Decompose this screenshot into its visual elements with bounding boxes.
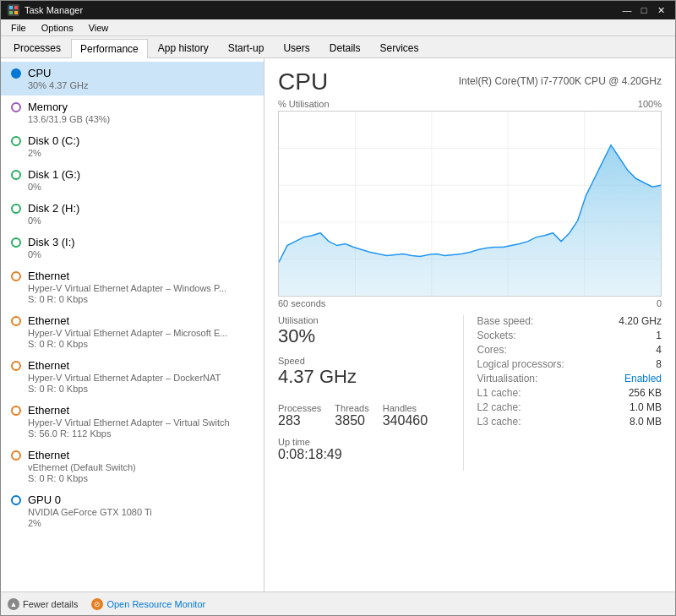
threads-stat: Threads 3850 [335,403,368,428]
chart-svg [279,112,661,296]
main-panel: CPU Intel(R) Core(TM) i7-7700K CPU @ 4.2… [264,58,675,591]
sidebar-item-gpu0[interactable]: GPU 0 NVIDIA GeForce GTX 1080 Ti 2% [1,488,264,533]
content-area: CPU 30% 4.37 GHz Memory 13.6/31.9 GB (43… [1,58,675,591]
disk3-label: Disk 3 (I:) [28,236,75,248]
stats-left: Utilisation 30% Speed 4.37 GHz Processes… [278,315,463,471]
tab-startup[interactable]: Start-up [219,38,274,57]
chart-x-left: 60 seconds [278,298,325,308]
minimize-button[interactable]: — [619,3,635,18]
sidebar-item-eth2[interactable]: Ethernet Hyper-V Virtual Ethernet Adapte… [1,309,264,354]
disk3-indicator [11,237,21,248]
disk0-label: Disk 0 (C:) [28,134,79,147]
resource-monitor-icon: ⊘ [91,598,103,610]
eth3-rate: S: 0 R: 0 Kbps [11,384,254,394]
l2-label: L2 cache: [477,401,521,413]
handles-label: Handles [383,403,428,413]
maximize-button[interactable]: □ [636,3,651,18]
sidebar-item-eth4[interactable]: Ethernet Hyper-V Virtual Ethernet Adapte… [1,399,264,444]
speed-label: Speed [278,356,357,366]
open-resource-monitor-button[interactable]: ⊘ Open Resource Monitor [91,598,205,610]
sidebar-item-eth1[interactable]: Ethernet Hyper-V Virtual Ethernet Adapte… [1,264,264,309]
cores-value: 4 [656,344,662,356]
sidebar: CPU 30% 4.37 GHz Memory 13.6/31.9 GB (43… [1,58,264,591]
threads-value: 3850 [335,413,368,428]
gpu0-indicator [11,495,21,505]
sidebar-item-disk0[interactable]: Disk 0 (C:) 2% [1,129,264,163]
menu-options[interactable]: Options [35,21,80,35]
handles-stat: Handles 340460 [383,403,428,428]
eth2-desc: Hyper-V Virtual Ethernet Adapter – Micro… [11,328,254,338]
eth1-rate: S: 0 R: 0 Kbps [11,294,254,304]
sidebar-item-disk2[interactable]: Disk 2 (H:) 0% [1,197,264,231]
tab-processes[interactable]: Processes [4,38,70,57]
sidebar-item-eth5[interactable]: Ethernet vEthernet (Default Switch) S: 0… [1,444,264,488]
eth5-label: Ethernet [28,449,69,461]
gpu0-usage: 2% [11,518,254,528]
eth4-indicator [11,406,21,416]
tab-performance[interactable]: Performance [71,39,148,58]
tab-services[interactable]: Services [370,38,428,57]
base-speed-value: 4.20 GHz [619,315,662,327]
disk0-usage: 2% [11,148,254,158]
disk1-indicator [11,170,21,180]
handles-value: 340460 [383,413,428,428]
cores-label: Cores: [477,344,507,356]
eth2-label: Ethernet [28,314,69,327]
title-bar: Task Manager — □ ✕ [1,1,675,19]
memory-label: Memory [28,101,68,113]
processes-value: 283 [278,413,321,428]
eth3-desc: Hyper-V Virtual Ethernet Adapter – Docke… [11,373,254,383]
virt-value: Enabled [624,373,662,384]
disk2-usage: 0% [11,215,254,226]
virt-label: Virtualisation: [477,373,538,384]
eth5-rate: S: 0 R: 0 Kbps [11,473,254,483]
menu-file[interactable]: File [4,21,33,35]
l1-row: L1 cache: 256 KB [477,387,662,399]
tab-users[interactable]: Users [274,38,319,57]
window-title: Task Manager [25,5,83,15]
specs-panel: Base speed: 4.20 GHz Sockets: 1 Cores: 4… [463,315,662,471]
speed-value: 4.37 GHz [278,366,357,388]
logical-label: Logical processors: [477,358,564,370]
logical-row: Logical processors: 8 [477,358,662,370]
cpu-header: CPU Intel(R) Core(TM) i7-7700K CPU @ 4.2… [278,68,662,95]
eth1-desc: Hyper-V Virtual Ethernet Adapter – Windo… [11,283,254,293]
chart-label-bottom: 60 seconds 0 [278,298,662,308]
tab-app-history[interactable]: App history [149,38,218,57]
sidebar-item-eth3[interactable]: Ethernet Hyper-V Virtual Ethernet Adapte… [1,354,264,399]
eth4-rate: S: 56.0 R: 112 Kbps [11,428,254,439]
logical-value: 8 [656,358,662,370]
eth2-rate: S: 0 R: 0 Kbps [11,339,254,349]
sidebar-item-disk1[interactable]: Disk 1 (G:) 0% [1,163,264,197]
disk3-usage: 0% [11,249,254,259]
processes-stat: Processes 283 [278,403,321,428]
svg-rect-0 [9,6,13,9]
svg-rect-2 [9,11,13,14]
eth4-label: Ethernet [28,404,69,417]
eth1-indicator [11,271,21,281]
utilisation-label: Utilisation [278,315,463,325]
sockets-label: Sockets: [477,330,516,341]
cpu-indicator [11,68,21,79]
fewer-details-button[interactable]: ▲ Fewer details [8,598,78,610]
chart-y-label: % Utilisation [278,99,330,109]
virt-row: Virtualisation: Enabled [477,373,662,384]
eth5-desc: vEthernet (Default Switch) [11,462,254,472]
eth2-indicator [11,316,21,326]
menu-view[interactable]: View [82,21,116,35]
l3-value: 8.0 MB [630,416,662,428]
eth3-label: Ethernet [28,359,69,372]
chart-x-right: 0 [657,298,662,308]
memory-usage: 13.6/31.9 GB (43%) [11,114,254,124]
close-button[interactable]: ✕ [653,3,668,18]
l1-label: L1 cache: [477,387,521,399]
disk1-label: Disk 1 (G:) [28,168,80,181]
cpu-usage: 30% 4.37 GHz [11,80,254,90]
sidebar-item-disk3[interactable]: Disk 3 (I:) 0% [1,231,264,264]
sidebar-item-memory[interactable]: Memory 13.6/31.9 GB (43%) [1,95,264,129]
threads-label: Threads [335,403,368,413]
resource-monitor-label: Open Resource Monitor [106,599,205,609]
tab-details[interactable]: Details [320,38,370,57]
sidebar-item-cpu[interactable]: CPU 30% 4.37 GHz [1,62,264,95]
app-icon [8,4,19,16]
